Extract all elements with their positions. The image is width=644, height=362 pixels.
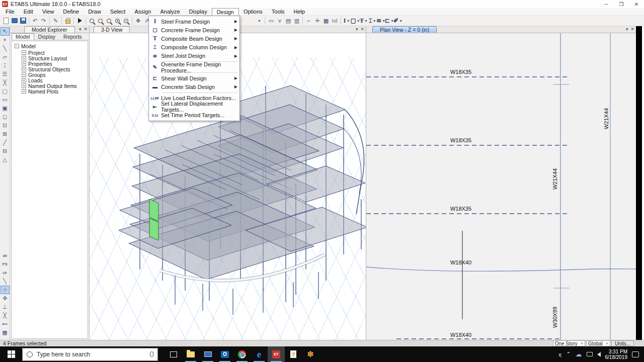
snap-intersection-icon[interactable]: ⊹ — [1, 286, 10, 294]
menu-item-set-time-period-targets[interactable]: 0.1s Set Time Period Targets... — [149, 111, 239, 120]
expand-icon[interactable]: + — [22, 89, 26, 94]
menu-design[interactable]: Design — [212, 8, 239, 15]
poly-select-icon[interactable]: ⋎ — [275, 17, 284, 25]
select-pointer-icon[interactable]: ↖ — [1, 27, 10, 36]
panel-menu-icon[interactable]: ▾ — [356, 27, 358, 32]
concrete-frame-design-icon[interactable]: ▢▼ — [351, 17, 360, 25]
snap-grid-icon[interactable]: ▦ — [1, 328, 10, 337]
tree-node-project[interactable]: + Project — [22, 50, 88, 55]
task-view-button[interactable] — [165, 346, 182, 362]
select-all-button[interactable]: all — [1, 251, 10, 260]
snap-line-icon[interactable]: ╲ — [1, 277, 10, 286]
show-hidden-icons-chevron[interactable]: ⌃ — [566, 351, 571, 357]
menu-help[interactable]: Help — [289, 8, 310, 15]
coordinate-system-selector[interactable]: Global∨ — [586, 340, 610, 346]
run-analysis-icon[interactable] — [75, 17, 84, 25]
network-icon[interactable] — [587, 352, 593, 356]
select-previous-button[interactable]: PS — [1, 260, 10, 268]
menu-item-steel-frame-design[interactable]: I Steel Frame Design▶ — [149, 17, 239, 26]
tab-reports[interactable]: Reports — [59, 33, 86, 40]
view-dropdown-icon[interactable]: ▼ — [255, 17, 263, 25]
expand-icon[interactable]: + — [22, 78, 26, 82]
draw-grid-icon[interactable]: ⊟ — [1, 147, 10, 155]
tree-node-named-plots[interactable]: + Named Plots — [22, 88, 88, 94]
draw-dimension-icon[interactable]: ╱ — [1, 138, 10, 147]
panel-menu-icon[interactable]: ▾ — [79, 27, 82, 32]
draw-poly-area-icon[interactable]: ▣ — [1, 104, 10, 113]
draw-secondary-beams-icon[interactable]: ☰ — [1, 70, 10, 78]
redo-icon[interactable]: ↷ — [39, 17, 48, 25]
menu-item-steel-joist-design[interactable]: ≋ Steel Joist Design▶ — [149, 52, 239, 60]
rectangle-select-icon[interactable]: ▭ — [267, 17, 275, 25]
frame-view-icon[interactable]: ⌐ — [304, 17, 313, 25]
help-doc-button[interactable]: ? — [285, 346, 302, 362]
csi-app-button[interactable]: ✽ — [302, 346, 319, 362]
menu-draw[interactable]: Draw — [84, 8, 106, 15]
previous-zoom-icon[interactable] — [105, 17, 113, 25]
menu-view[interactable]: View — [38, 8, 59, 15]
menu-assign[interactable]: Assign — [130, 8, 155, 15]
snap-perpendicular-icon[interactable]: ⊥ — [1, 303, 10, 311]
view-3d-tab[interactable]: 3-D View — [94, 26, 130, 33]
draw-reference-icon[interactable]: △ — [1, 155, 10, 164]
edit-pencil-icon[interactable]: ✎ — [51, 17, 60, 25]
action-center-icon[interactable] — [632, 351, 639, 357]
panel-close-icon[interactable]: ✕ — [360, 27, 364, 32]
undo-icon[interactable]: ↶ — [31, 17, 39, 25]
outlook-button[interactable]: O — [216, 346, 233, 362]
tree-node-groups[interactable]: + Groups — [22, 72, 88, 77]
units-button[interactable]: Units... — [611, 340, 634, 346]
onedrive-icon[interactable]: ☁ — [576, 350, 582, 358]
file-explorer-button[interactable] — [182, 346, 199, 362]
object-shrink-icon[interactable]: ▩ — [321, 17, 330, 25]
steel-joist-design-icon[interactable]: ≋▼ — [377, 17, 385, 25]
edge-button[interactable]: e — [251, 346, 268, 362]
plan-view-tab[interactable]: Plan View - Z = 0 (in) — [372, 26, 437, 33]
menu-item-concrete-slab-design[interactable]: ▬ Concrete Slab Design▶ — [149, 82, 239, 91]
draw-rect-area-icon[interactable]: ▭ — [1, 96, 10, 104]
open-file-icon[interactable] — [10, 17, 19, 25]
chrome-button[interactable] — [233, 346, 251, 362]
steel-frame-design-icon[interactable]: I▼ — [343, 17, 351, 25]
draw-wall-icon[interactable]: ◻ — [1, 113, 10, 121]
menu-options[interactable]: Options — [239, 8, 267, 15]
tree-node-structure-layout[interactable]: + Structure Layout — [22, 55, 88, 61]
menu-analyze[interactable]: Analyze — [155, 8, 184, 15]
expand-icon[interactable]: + — [22, 56, 26, 60]
panel-close-icon[interactable]: ✕ — [630, 27, 634, 32]
tree-node-model[interactable]: − Model — [15, 43, 88, 49]
tree-node-named-output-items[interactable]: + Named Output Items — [22, 83, 88, 88]
snap-endpoint-icon[interactable]: ✜ — [1, 294, 10, 303]
save-icon[interactable] — [19, 17, 27, 25]
shear-wall-design-icon[interactable]: ⊏▼ — [385, 17, 394, 25]
menu-item-composite-column-design[interactable]: ⌶ Composite Column Design▶ — [149, 43, 239, 52]
tree-node-structural-objects[interactable]: + Structural Objects — [22, 66, 88, 72]
close-button[interactable]: ✕ — [629, 0, 644, 8]
plan-view-canvas[interactable]: W18X35 W18X35 W18X35 W18X40 W18X40 W21X4… — [366, 33, 636, 340]
menu-item-shear-wall-design[interactable]: ⊏ Shear Wall Design▶ — [149, 74, 239, 82]
etabs-taskbar-button[interactable]: ET — [268, 346, 285, 362]
concrete-slab-design-icon[interactable]: ✐▼ — [394, 17, 403, 25]
minimize-button[interactable]: ─ — [599, 0, 614, 8]
clear-selection-button[interactable]: clr — [1, 268, 10, 277]
restore-button[interactable]: ❐ — [614, 0, 629, 8]
expand-icon[interactable]: + — [22, 50, 26, 55]
menu-edit[interactable]: Edit — [19, 8, 38, 15]
draw-area-icon[interactable]: ▢ — [1, 87, 10, 96]
story-view-icon[interactable]: ▥ — [292, 17, 301, 25]
expand-icon[interactable]: + — [22, 67, 26, 71]
menu-item-set-lateral-displacement-targets[interactable]: ⇤ Set Lateral Displacement Targets... — [149, 103, 239, 111]
pan-icon[interactable]: ✥ — [134, 17, 142, 25]
zoom-out-icon[interactable]: − — [122, 17, 130, 25]
taskbar-clock[interactable]: 3:31 PM 6/18/2019 — [605, 349, 628, 360]
tab-display[interactable]: Display — [34, 33, 59, 40]
reshape-object-icon[interactable]: ⌖ — [1, 36, 10, 44]
draw-wall-stack-icon[interactable]: ⊡ — [1, 121, 10, 130]
menu-define[interactable]: Define — [58, 8, 84, 15]
tree-node-loads[interactable]: + Loads — [22, 77, 88, 83]
expand-icon[interactable]: + — [22, 83, 26, 88]
nd-spectrum-button[interactable]: nd — [330, 18, 339, 24]
restore-full-view-icon[interactable] — [96, 17, 105, 25]
draw-opening-icon[interactable]: ⊞ — [1, 130, 10, 138]
collapse-icon[interactable]: − — [15, 44, 19, 48]
